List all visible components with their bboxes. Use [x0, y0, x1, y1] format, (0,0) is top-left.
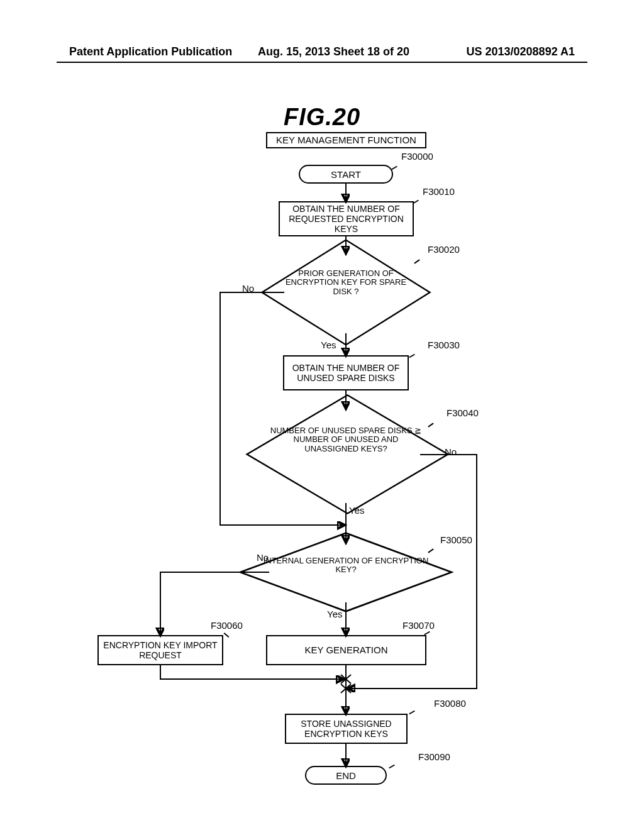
- compare-decision: NUMBER OF UNUSED SPARE DISKS ≧ NUMBER OF…: [267, 402, 425, 506]
- svg-line-11: [341, 675, 351, 683]
- tick-icon: [409, 354, 415, 358]
- figure-title: FIG.20: [0, 104, 644, 131]
- key-generation-box: KEY GENERATION: [266, 635, 426, 665]
- tick-icon: [224, 633, 230, 638]
- svg-line-15: [341, 684, 351, 693]
- ref-F30000: F30000: [401, 151, 433, 162]
- label-no-2: No: [445, 446, 457, 457]
- ref-F30060: F30060: [211, 620, 243, 631]
- svg-line-16: [341, 684, 351, 693]
- svg-line-12: [341, 675, 351, 683]
- ref-F30050: F30050: [440, 534, 472, 545]
- ref-F30020: F30020: [428, 244, 460, 255]
- header-left: Patent Application Publication: [69, 45, 232, 58]
- header-center: Aug. 15, 2013 Sheet 18 of 20: [258, 45, 409, 58]
- tick-icon: [414, 259, 419, 263]
- end-node: END: [305, 766, 387, 785]
- start-node: START: [299, 165, 393, 184]
- compare-label: NUMBER OF UNUSED SPARE DISKS ≧ NUMBER OF…: [267, 426, 425, 453]
- internal-generation-decision: INTERNAL GENERATION OF ENCRYPTION KEY?: [258, 538, 434, 607]
- ref-F30010: F30010: [423, 186, 455, 197]
- label-no-3: No: [257, 552, 269, 563]
- internal-generation-label: INTERNAL GENERATION OF ENCRYPTION KEY?: [258, 556, 434, 575]
- ref-F30090: F30090: [418, 751, 450, 762]
- header-right: US 2013/0208892 A1: [467, 45, 575, 58]
- tick-icon: [391, 166, 397, 170]
- tick-icon: [424, 631, 430, 636]
- ref-F30070: F30070: [402, 620, 435, 631]
- label-yes-2: Yes: [349, 505, 364, 516]
- label-no-1: No: [242, 283, 254, 294]
- label-yes-1: Yes: [321, 340, 336, 350]
- obtain-spare-disks-box: OBTAIN THE NUMBER OF UNUSED SPARE DISKS: [283, 355, 409, 390]
- tick-icon: [413, 200, 419, 204]
- prior-generation-decision: PRIOR GENERATION OF ENCRYPTION KEY FOR S…: [280, 252, 412, 333]
- tick-icon: [428, 423, 433, 427]
- prior-generation-label: PRIOR GENERATION OF ENCRYPTION KEY FOR S…: [280, 269, 412, 296]
- page: Patent Application Publication Aug. 15, …: [0, 0, 644, 830]
- tick-icon: [389, 765, 395, 769]
- store-keys-box: STORE UNASSIGNED ENCRYPTION KEYS: [285, 714, 408, 744]
- ref-F30040: F30040: [447, 407, 479, 418]
- import-request-box: ENCRYPTION KEY IMPORT REQUEST: [97, 635, 223, 665]
- ref-F30080: F30080: [434, 698, 466, 709]
- ref-F30030: F30030: [428, 340, 460, 350]
- obtain-requested-keys-box: OBTAIN THE NUMBER OF REQUESTED ENCRYPTIO…: [279, 201, 414, 236]
- label-yes-3: Yes: [327, 609, 342, 619]
- header-rule: [57, 62, 587, 63]
- figure-subtitle: KEY MANAGEMENT FUNCTION: [266, 132, 426, 148]
- tick-icon: [409, 711, 415, 715]
